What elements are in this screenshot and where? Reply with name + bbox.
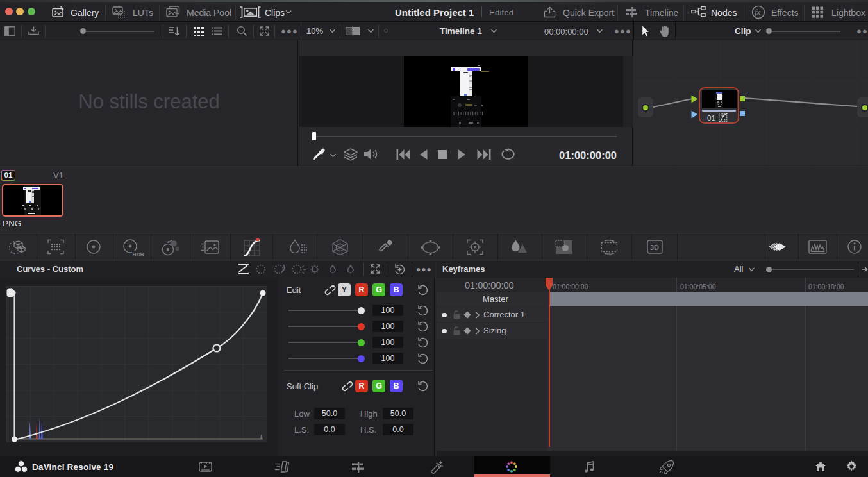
svg-text:3D: 3D (650, 244, 659, 251)
svg-text:HDR: HDR (133, 251, 144, 257)
svg-text:fx: fx (755, 8, 760, 17)
